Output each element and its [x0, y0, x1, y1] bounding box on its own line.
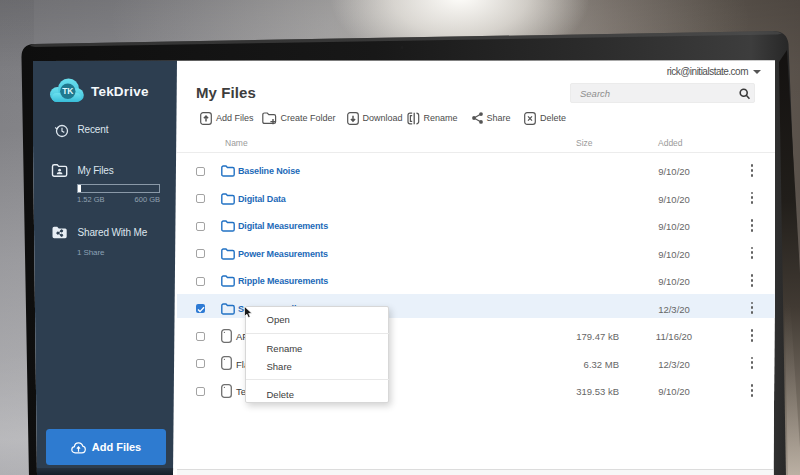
- svg-text:TK: TK: [62, 86, 74, 96]
